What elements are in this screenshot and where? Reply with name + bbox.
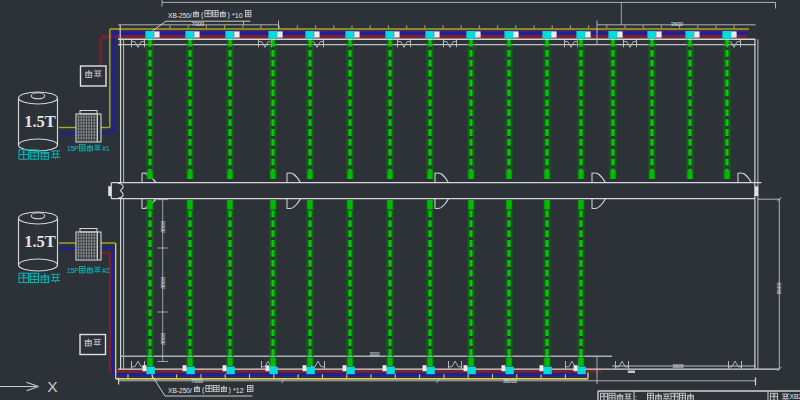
- svg-text:X: X: [47, 378, 58, 395]
- svg-text:3000: 3000: [160, 333, 166, 345]
- svg-text:8000: 8000: [776, 282, 782, 294]
- svg-text:XB-250/: XB-250/: [168, 12, 192, 19]
- svg-text:1.5T: 1.5T: [24, 112, 56, 131]
- svg-text:3000: 3000: [369, 352, 380, 357]
- svg-text:*10: *10: [232, 12, 243, 19]
- svg-text:15P: 15P: [67, 145, 79, 152]
- svg-text:36000: 36000: [503, 378, 517, 384]
- svg-text:#2: #2: [102, 267, 110, 274]
- svg-text:15P: 15P: [67, 267, 79, 274]
- svg-text:3600: 3600: [671, 21, 683, 27]
- svg-text:XB-250/: XB-250/: [168, 387, 192, 394]
- svg-text:): ): [228, 11, 230, 19]
- svg-text:3000: 3000: [160, 221, 166, 233]
- svg-text:#1: #1: [102, 145, 110, 152]
- svg-text:3600: 3600: [672, 363, 683, 369]
- svg-text:*12: *12: [233, 387, 244, 394]
- svg-text:3000: 3000: [160, 277, 166, 289]
- svg-text::: :: [635, 394, 637, 400]
- svg-text::: :: [787, 393, 789, 400]
- svg-text:1.5T: 1.5T: [24, 232, 56, 251]
- svg-text:7000: 7000: [192, 21, 204, 27]
- svg-text:XB20050: XB20050: [790, 393, 800, 400]
- svg-text:): ): [229, 386, 231, 394]
